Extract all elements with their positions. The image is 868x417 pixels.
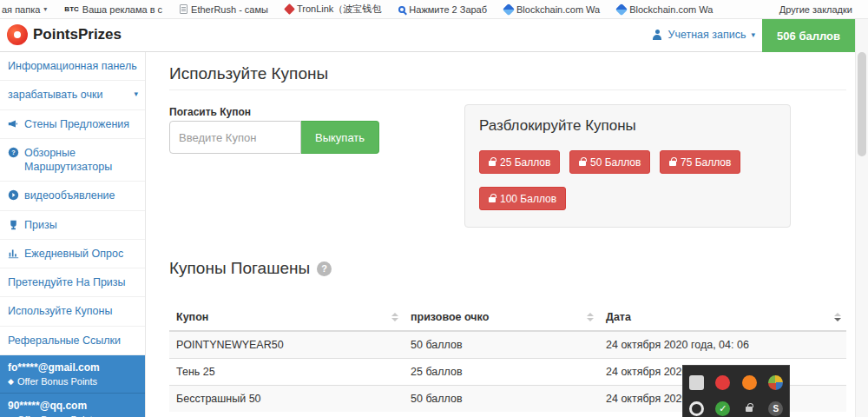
unlock-button-label: 25 Баллов <box>500 156 550 169</box>
referral-sub: Offer Bonus Points <box>17 376 97 387</box>
sidebar-item-use-coupons[interactable]: Используйте Купоны <box>0 297 145 326</box>
referral-email: fo*****@gmail.com <box>8 361 137 374</box>
sidebar-item-daily-poll[interactable]: Ежедневный Опрос <box>0 240 145 268</box>
sidebar-item-referral-links[interactable]: Реферальные Ссылки <box>0 327 145 355</box>
cell-coupon: Тень 25 <box>169 359 404 386</box>
red-shield-icon[interactable] <box>715 375 730 390</box>
column-header-points[interactable]: призовое очко <box>404 304 599 331</box>
unlock-coupons-panel: Разблокируйте Купоны 25 Баллов 50 Баллов… <box>464 104 791 228</box>
site-header: PointsPrizes Учетная запись ▾ 506 баллов <box>0 19 868 52</box>
bookmark-label: Нажмите 2 Зараб <box>409 4 487 15</box>
blockchain-icon <box>615 3 628 15</box>
question-circle-icon: ? <box>8 147 19 158</box>
unlock-button-label: 75 Баллов <box>681 156 731 169</box>
chevron-down-icon: ▾ <box>43 5 47 13</box>
chevron-down-icon: ▾ <box>751 30 755 39</box>
sidebar-item-claim-prizes[interactable]: Претендуйте На Призы <box>0 268 145 297</box>
table-header-row: Купон призовое очко Дата <box>169 304 846 331</box>
sidebar-item-label: зарабатывать очки <box>8 88 128 102</box>
sort-icon <box>391 313 398 321</box>
unlock-button-label: 50 Баллов <box>590 156 641 169</box>
system-tray-popup: ✓ S <box>682 365 790 417</box>
user-icon <box>652 30 662 40</box>
sidebar-item-survey-routers[interactable]: ? Обзорные Маршрутизаторы <box>0 139 145 182</box>
s-badge-icon[interactable]: S <box>768 401 783 416</box>
bookmark-item[interactable]: EtherRush - самы <box>180 4 268 15</box>
play-circle-icon <box>8 189 19 201</box>
sidebar-item-label: Ежедневный Опрос <box>24 247 138 261</box>
bookmark-label: Blockchain.com Wa <box>629 4 713 15</box>
sidebar-item-prizes[interactable]: Призы <box>0 211 145 240</box>
unlock-75-button[interactable]: 75 Баллов <box>660 150 740 174</box>
sidebar-item-label: Стены Предложения <box>24 117 138 131</box>
divider <box>169 89 846 90</box>
bookmark-item[interactable]: BTC Ваша реклама в с <box>64 4 162 15</box>
bookmark-label: ая папка <box>2 4 40 15</box>
cell-coupon: Бесстрашный 50 <box>169 386 404 413</box>
cell-points: 50 баллов <box>404 386 599 413</box>
bookmark-item[interactable]: TronLink（波宝钱包 <box>286 3 381 16</box>
column-header-coupon[interactable]: Купон <box>169 304 404 331</box>
lock-icon[interactable] <box>742 401 757 416</box>
blockchain-icon <box>503 3 515 15</box>
sidebar-item-dashboard[interactable]: Информационная панель <box>0 52 145 81</box>
pointsprizes-logo-icon <box>7 24 28 45</box>
sidebar-item-earn-points[interactable]: зарабатывать очки ▾ <box>0 81 145 109</box>
bookmark-item[interactable]: Blockchain.com Wa <box>617 4 713 15</box>
account-menu[interactable]: Учетная запись ▾ <box>652 29 755 41</box>
referral-banner[interactable]: 90*****@qq.com ◆ Offer Bonus Points <box>0 394 145 417</box>
scrollbar[interactable] <box>855 19 868 417</box>
unlock-button-label: 100 Баллов <box>500 193 556 205</box>
screen: ая папка ▾ BTC Ваша реклама в с EtherRus… <box>0 0 868 417</box>
referral-email: 90*****@qq.com <box>8 400 137 412</box>
other-bookmarks-button[interactable]: Другие закладки <box>779 0 852 19</box>
poll-icon <box>8 248 19 259</box>
bookmark-folder[interactable]: ая папка ▾ <box>2 4 47 15</box>
ring-icon[interactable] <box>689 401 704 416</box>
sidebar-item-label: Призы <box>24 218 138 232</box>
coupons-redeemed-title: Купоны Погашены ? <box>169 259 332 278</box>
table-row: POINTYNEWYEAR50 50 баллов 24 октября 202… <box>169 331 846 359</box>
redeem-group: Выкупать <box>169 121 379 154</box>
points-balance-button[interactable]: 506 баллов <box>762 19 855 52</box>
trophy-icon <box>8 219 19 230</box>
account-label: Учетная запись <box>667 29 746 41</box>
column-label: призовое очко <box>411 311 489 323</box>
cell-points: 50 баллов <box>404 331 599 359</box>
help-icon[interactable]: ? <box>317 261 332 276</box>
coupon-input[interactable] <box>169 121 301 154</box>
lock-icon <box>669 161 676 166</box>
referral-banner[interactable]: fo*****@gmail.com ◆ Offer Bonus Points <box>0 355 145 394</box>
bookmark-item[interactable]: Blockchain.com Wa <box>504 4 600 15</box>
keys-icon[interactable] <box>768 375 783 390</box>
redeem-button[interactable]: Выкупать <box>301 121 379 154</box>
bookmark-item[interactable]: Нажмите 2 Зараб <box>398 4 487 15</box>
orange-app-icon[interactable] <box>742 375 757 390</box>
cell-points: 25 баллов <box>404 359 599 386</box>
chat-icon[interactable] <box>689 375 704 390</box>
lock-icon <box>489 161 496 166</box>
sidebar-item-offer-walls[interactable]: Стены Предложения <box>0 110 145 139</box>
lock-icon <box>579 161 586 166</box>
tronlink-icon <box>284 3 295 15</box>
unlock-25-button[interactable]: 25 Баллов <box>479 150 560 174</box>
bookmark-label: Blockchain.com Wa <box>516 4 600 15</box>
brand-logo-link[interactable]: PointsPrizes <box>7 24 122 45</box>
unlock-100-button[interactable]: 100 Баллов <box>479 187 566 210</box>
green-check-icon[interactable]: ✓ <box>715 401 730 416</box>
column-label: Дата <box>606 311 631 323</box>
bookmarks-bar: ая папка ▾ BTC Ваша реклама в с EtherRus… <box>0 0 868 19</box>
sort-desc-icon <box>834 313 841 321</box>
sidebar-item-label: Информационная панель <box>8 59 138 73</box>
cell-coupon: POINTYNEWYEAR50 <box>169 331 404 359</box>
unlock-coupons-title: Разблокируйте Купоны <box>479 117 636 135</box>
unlock-50-button[interactable]: 50 Баллов <box>569 150 650 174</box>
bookmark-label: TronLink（波宝钱包 <box>297 3 381 16</box>
scrollbar-thumb[interactable] <box>858 52 866 156</box>
bookmark-label: Ваша реклама в с <box>82 4 162 15</box>
column-header-date[interactable]: Дата <box>599 304 846 331</box>
megaphone-icon <box>8 118 19 129</box>
redeem-coupon-label: Погасить Купон <box>169 106 251 118</box>
sidebar: Информационная панель зарабатывать очки … <box>0 52 146 417</box>
sidebar-item-video-ads[interactable]: видеообъявление <box>0 182 145 210</box>
